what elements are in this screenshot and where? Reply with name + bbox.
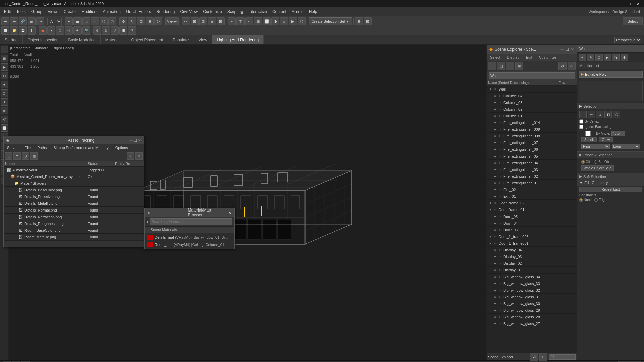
se-list-item[interactable]: ● ○ Fire_extinguisher_008 — [487, 133, 577, 139]
se-list-item[interactable]: ● ○ Big_window_glass_29 — [487, 307, 577, 314]
open-button[interactable]: 📁 — [10, 26, 18, 35]
se-eye-icon[interactable]: ● — [494, 255, 499, 258]
circle-select-button[interactable]: ○ — [91, 17, 99, 25]
se-render-icon[interactable]: ○ — [499, 295, 503, 299]
at-row[interactable]: 🖼 Room_Metallic.png Found — [4, 234, 144, 240]
redo-button[interactable]: ↪ — [10, 17, 18, 25]
se-eye-icon[interactable]: ● — [494, 107, 499, 111]
se-render-icon[interactable]: ○ — [494, 235, 499, 238]
left-icon-8[interactable]: ⊕ — [1, 107, 8, 114]
left-icon-10[interactable]: ⬜ — [1, 124, 8, 132]
se-eye-icon[interactable]: ● — [494, 181, 499, 185]
mp-element-icon[interactable]: ⬡ — [613, 111, 620, 118]
at-row[interactable]: 🖼 Details_Metallic.png Found — [4, 200, 144, 207]
mb-item[interactable]: Room_mat (VRayMtl) [Ceiling, Column_01,.… — [145, 241, 234, 248]
se-eye-icon[interactable]: ● — [494, 154, 499, 158]
se-eye-icon[interactable]: ● — [494, 168, 499, 171]
mb-search-input[interactable] — [150, 218, 232, 225]
se-eye-icon[interactable]: ● — [494, 174, 499, 178]
se-eye-icon[interactable]: ● — [494, 295, 499, 299]
mirror-button[interactable]: ⇔ — [182, 17, 190, 25]
se-render-icon[interactable]: ○ — [499, 248, 503, 252]
mp-selection-header[interactable]: ▶ Selection — [577, 103, 644, 109]
mp-shrink-button[interactable]: Shrink — [581, 137, 597, 142]
at-row[interactable]: 🖼 Details_Roughness.png Found — [4, 220, 144, 227]
at-row[interactable]: 🖼 Room_BaseColor.png Found — [4, 227, 144, 234]
se-eye-icon[interactable]: ● — [494, 141, 499, 144]
at-row[interactable]: 🖼 Details_Refraction.png Found — [4, 214, 144, 220]
menu-content[interactable]: Content — [270, 9, 289, 15]
se-eye-icon[interactable]: ● — [494, 194, 499, 198]
mp-vertex-icon[interactable]: · — [579, 111, 587, 118]
se-minimize-button[interactable]: ─ — [560, 47, 564, 52]
se-eye-icon[interactable]: ● — [494, 147, 499, 151]
se-list-item[interactable]: ● ○ Column_02 — [487, 106, 577, 113]
title-bar-controls[interactable]: ─ □ ✕ — [617, 1, 641, 6]
maximize-button[interactable]: □ — [626, 1, 633, 6]
mp-by-vertex-check[interactable] — [579, 119, 583, 124]
se-render-icon[interactable]: ○ — [499, 147, 503, 151]
se-render-icon[interactable]: ○ — [499, 315, 503, 319]
se-eye-icon[interactable]: ● — [494, 127, 499, 131]
at-minimize-button[interactable]: ─ — [129, 138, 132, 143]
se-eye-icon[interactable]: ● — [489, 201, 494, 205]
rect-select-button[interactable]: ▭ — [82, 17, 90, 25]
se-list-item[interactable]: ● ○ Fire_extinguisher_04 — [487, 160, 577, 166]
select-move-button[interactable]: ✛ — [119, 17, 127, 25]
se-eye-icon[interactable]: ● — [494, 221, 499, 225]
teapot-btn[interactable]: 🫖 — [39, 26, 47, 35]
link-button[interactable]: 🔗 — [19, 17, 27, 25]
save-button[interactable]: 💾 — [19, 26, 27, 35]
se-list-item[interactable]: ● ○ Fire_extinguisher_01 — [487, 180, 577, 186]
se-settings-button[interactable]: ⚙ — [558, 62, 567, 70]
se-maximize-button[interactable]: □ — [566, 47, 569, 52]
se-list-item[interactable]: ● ○ Fire_extinguisher_009 — [487, 126, 577, 133]
close-button[interactable]: ✕ — [635, 1, 641, 6]
at-tb-2[interactable]: ≡ — [13, 152, 21, 160]
se-list-item[interactable]: ● ○ Column_03 — [487, 99, 577, 106]
se-render-icon[interactable]: ○ — [499, 302, 503, 305]
se-eye-icon[interactable]: ● — [494, 302, 499, 305]
se-list-item[interactable]: ● ○ Big_window_glass_27 — [487, 320, 577, 327]
at-tb-3[interactable]: ⬡ — [22, 152, 29, 160]
tab-object-inspection[interactable]: Object Inspection — [23, 35, 64, 44]
select-object-button[interactable]: ✦ — [65, 17, 73, 25]
light-btn[interactable]: ★ — [73, 26, 82, 35]
tab-basic-modeling[interactable]: Basic Modeling — [63, 35, 100, 44]
menu-modifiers[interactable]: Modifiers — [78, 9, 100, 15]
mp-angle-check[interactable] — [581, 131, 595, 136]
mp-ignore-back-check[interactable] — [579, 125, 583, 129]
scale2-button[interactable]: ⊟ — [146, 17, 154, 25]
se-list-item[interactable]: ● ○ Big_window_glass_31 — [487, 294, 577, 300]
se-list-item[interactable]: ● ○ Big_window_glass_32 — [487, 287, 577, 294]
tab-populate[interactable]: Populate — [168, 35, 194, 44]
tab-started[interactable]: Started — [0, 35, 23, 44]
menu-civil-view[interactable]: Civil View — [177, 9, 200, 15]
mp-soft-selection-header[interactable]: ▶ Soft Selection — [577, 173, 644, 180]
undo-button[interactable]: ↩ — [1, 17, 9, 25]
at-list[interactable]: 🏢 Autodesk Vault Logged O... 📦 Mission_C… — [4, 167, 144, 240]
se-list-item[interactable]: ● ○ Display_01 — [487, 267, 577, 274]
se-sync-button[interactable]: ⟳ — [568, 62, 576, 70]
at-row[interactable]: 📁 Maps / Shaders — [4, 180, 144, 187]
se-render-icon[interactable]: ○ — [499, 308, 503, 312]
se-list-item[interactable]: ● ○ Column_04 — [487, 93, 577, 99]
schematic-view-button[interactable]: ⬜ — [263, 17, 271, 25]
se-list-item[interactable]: ● ○ Display_02 — [487, 260, 577, 267]
se-list-item[interactable]: ● ○ Fire_extinguisher_05 — [487, 153, 577, 160]
menu-group[interactable]: Group — [29, 9, 45, 15]
se-eye-icon[interactable]: ● — [494, 134, 499, 138]
se-eye-icon[interactable]: ● — [494, 308, 499, 312]
se-list-item[interactable]: ● ○ Door_frame_01 — [487, 206, 577, 213]
se-list[interactable]: ● ○ Wall ● ○ Column_04 ● ○ Column_03 ● ○… — [487, 86, 577, 353]
se-eye-icon[interactable]: ● — [494, 101, 499, 104]
se-list-item[interactable]: ● ○ Display_03 — [487, 253, 577, 260]
se-list-item[interactable]: ● ○ Column_01 — [487, 113, 577, 119]
mp-icon-display[interactable]: ◑ — [612, 54, 620, 61]
se-tab-select[interactable]: Select — [487, 54, 504, 61]
se-eye-icon[interactable]: ● — [494, 161, 499, 165]
select-named-button[interactable]: Select — [623, 17, 643, 25]
mp-modifier-editable-poly[interactable]: ▶ Editable Poly — [579, 71, 643, 78]
mp-edit-geometry-header[interactable]: ▼ Edit Geometry — [577, 180, 644, 186]
mp-border-icon[interactable]: □ — [596, 111, 603, 118]
